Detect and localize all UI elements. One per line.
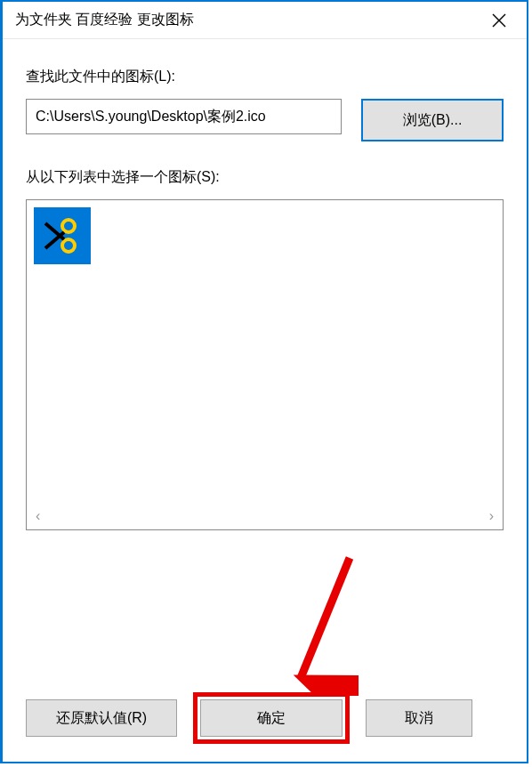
button-bar: 还原默认值(R) 确定 取消	[3, 692, 527, 762]
titlebar: 为文件夹 百度经验 更改图标	[3, 2, 527, 39]
close-icon	[492, 13, 506, 28]
ok-button[interactable]: 确定	[200, 699, 343, 737]
scroll-left-icon[interactable]: ‹	[36, 508, 40, 524]
restore-defaults-button[interactable]: 还原默认值(R)	[26, 699, 177, 737]
svg-point-2	[62, 220, 75, 232]
close-button[interactable]	[479, 2, 520, 39]
lookup-label: 查找此文件中的图标(L):	[26, 68, 504, 86]
browse-button[interactable]: 浏览(B)...	[361, 99, 504, 141]
icon-list[interactable]: ‹ ›	[26, 199, 504, 530]
dialog-content: 查找此文件中的图标(L): 浏览(B)... 从以下列表中选择一个图标(S): …	[3, 39, 527, 692]
ok-button-highlight: 确定	[193, 692, 350, 744]
icon-path-input[interactable]	[26, 99, 342, 134]
scissors-icon	[41, 214, 84, 257]
select-label: 从以下列表中选择一个图标(S):	[26, 168, 504, 187]
window-title: 为文件夹 百度经验 更改图标	[15, 11, 479, 29]
icon-item-scissors[interactable]	[34, 207, 91, 264]
cancel-button[interactable]: 取消	[366, 699, 472, 737]
svg-point-3	[62, 239, 75, 252]
scroll-right-icon[interactable]: ›	[489, 508, 494, 524]
